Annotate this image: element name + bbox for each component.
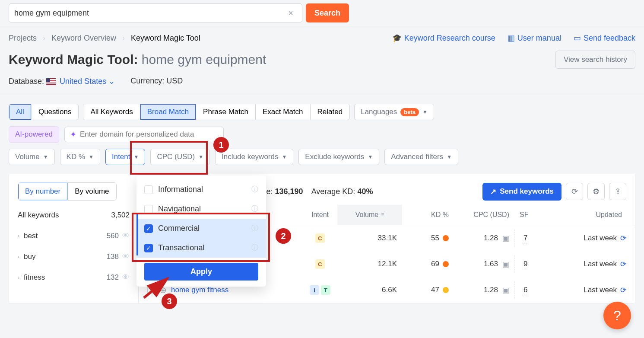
refresh-icon[interactable]: ⟳ (620, 286, 626, 295)
difficulty-dot-icon (443, 261, 449, 267)
updated-value: Last week (584, 234, 617, 242)
sidebar-item-count: 138 (107, 252, 119, 261)
search-button[interactable]: Search (306, 3, 349, 22)
chevron-down-icon: ▼ (134, 154, 139, 160)
export-button[interactable]: ⇪ (609, 183, 626, 200)
filter-row-3: Volume▼ KD %▼ Intent▼ CPC (USD)▼ Include… (9, 149, 635, 165)
feedback-link[interactable]: ▭Send feedback (574, 33, 635, 43)
serp-preview-icon[interactable]: ▣ (502, 286, 509, 295)
intent-option-commercial[interactable]: ✓ Commercial ⓘ (136, 219, 266, 238)
tab-exact-match[interactable]: Exact Match (256, 104, 311, 120)
info-icon[interactable]: ⓘ (251, 204, 258, 214)
kd-filter[interactable]: KD %▼ (60, 149, 100, 165)
clear-icon[interactable]: × (285, 8, 297, 18)
cell-kd: 55 (402, 230, 454, 247)
col-cpc[interactable]: CPC (USD) (454, 205, 514, 225)
sort-by-volume[interactable]: By volume (68, 183, 116, 200)
volume-filter[interactable]: Volume▼ (9, 149, 55, 165)
manual-link[interactable]: ▥User manual (508, 33, 562, 43)
intent-filter[interactable]: Intent▼ (105, 149, 145, 165)
cell-sf: 6 (514, 281, 553, 299)
checkbox-unchecked[interactable] (144, 205, 153, 214)
title-row: Keyword Magic Tool: home gym equipment V… (9, 51, 635, 69)
refresh-icon[interactable]: ⟳ (620, 260, 626, 269)
segment-all-questions: All Questions (9, 104, 79, 120)
include-keywords-filter[interactable]: Include keywords▼ (215, 149, 293, 165)
database-meta: Database: United States ⌄ (9, 77, 115, 86)
info-icon[interactable]: ⓘ (251, 224, 258, 233)
cpc-value: 1.28 (484, 234, 498, 242)
chevron-right-icon: › (18, 233, 19, 239)
cell-cpc: 1.28▣ (454, 281, 514, 299)
col-volume[interactable]: Volume≡ (337, 205, 402, 225)
settings-button[interactable]: ⚙ (587, 183, 605, 200)
info-icon[interactable]: ⓘ (251, 185, 258, 194)
search-input[interactable] (14, 9, 285, 18)
kd-value: 47 (431, 286, 439, 294)
serp-preview-icon[interactable]: ▣ (502, 260, 509, 269)
intent-option-navigational[interactable]: Navigational ⓘ (136, 199, 266, 219)
intent-option-informational[interactable]: Informational ⓘ (136, 180, 266, 199)
cell-kd: 69 (402, 255, 454, 273)
col-volume-label: Volume (355, 211, 378, 219)
eye-icon[interactable]: 👁 (122, 252, 130, 261)
tab-all-keywords[interactable]: All Keywords (83, 104, 140, 120)
sf-value[interactable]: 6 (523, 286, 527, 295)
cell-intent: IT (303, 281, 337, 299)
cell-updated: Last week⟳ (553, 281, 635, 299)
avg-kd-value: 40% (357, 187, 373, 196)
tab-broad-match[interactable]: Broad Match (140, 104, 196, 120)
beta-badge: beta (400, 108, 419, 116)
sidebar-item-buy[interactable]: ›buy 138👁 (9, 246, 138, 267)
ai-powered-badge: AI-powered (9, 126, 59, 143)
breadcrumb: Projects › Keyword Overview › Keyword Ma… (9, 34, 200, 43)
keyword-link[interactable]: home gym fitness (171, 286, 228, 294)
serp-preview-icon[interactable]: ▣ (502, 234, 509, 243)
sidebar-item-fitness[interactable]: ›fitness 132👁 (9, 267, 138, 288)
refresh-button[interactable]: ⟳ (566, 183, 583, 200)
course-link[interactable]: 🎓Keyword Research course (392, 33, 495, 43)
filters-section: All Questions All Keywords Broad Match P… (0, 95, 644, 174)
db-value: United States (60, 77, 106, 86)
refresh-icon[interactable]: ⟳ (620, 234, 626, 243)
view-history-button[interactable]: View search history (555, 51, 635, 69)
exclude-keywords-filter[interactable]: Exclude keywords▼ (298, 149, 379, 165)
cpc-filter[interactable]: CPC (USD)▼ (150, 149, 210, 165)
col-updated[interactable]: Updated (553, 205, 635, 225)
feedback-link-label: Send feedback (584, 34, 635, 43)
db-label: Database: (9, 77, 44, 86)
updated-value: Last week (584, 286, 617, 294)
languages-filter[interactable]: Languages beta ▼ (354, 104, 434, 120)
sort-desc-icon: ≡ (381, 212, 384, 218)
breadcrumb-projects[interactable]: Projects (9, 34, 37, 43)
intent-com-label: Commercial (158, 224, 200, 233)
send-keywords-button[interactable]: ↗Send keywords (482, 183, 562, 201)
eye-icon[interactable]: 👁 (122, 232, 130, 240)
col-kd[interactable]: KD % (402, 205, 454, 225)
languages-label: Languages (361, 108, 397, 116)
chat-icon: ▭ (574, 33, 581, 43)
checkbox-checked[interactable]: ✓ (144, 224, 153, 233)
sf-value[interactable]: 9 (523, 260, 527, 269)
sidebar-item-best[interactable]: ›best 560👁 (9, 226, 138, 246)
eye-icon[interactable]: 👁 (122, 273, 130, 282)
ai-domain-input[interactable] (80, 130, 218, 139)
advanced-filters[interactable]: Advanced filters▼ (384, 149, 458, 165)
sort-by-number[interactable]: By number (18, 183, 68, 200)
tab-questions[interactable]: Questions (32, 104, 79, 120)
tab-all[interactable]: All (9, 104, 32, 120)
checkbox-unchecked[interactable] (144, 185, 153, 194)
info-icon[interactable]: ⓘ (251, 243, 258, 252)
col-sf[interactable]: SF (514, 205, 553, 225)
checkbox-checked[interactable]: ✓ (144, 244, 153, 252)
cell-cpc: 1.63▣ (454, 255, 514, 273)
tab-phrase-match[interactable]: Phrase Match (196, 104, 256, 120)
sf-value[interactable]: 7 (523, 234, 527, 243)
breadcrumb-overview[interactable]: Keyword Overview (51, 34, 116, 43)
refresh-icon: ⟳ (571, 187, 578, 196)
col-intent[interactable]: Intent (303, 205, 337, 225)
database-select[interactable]: United States ⌄ (60, 77, 115, 86)
us-flag-icon (46, 78, 56, 85)
intent-option-transactional[interactable]: ✓ Transactional ⓘ (136, 238, 266, 258)
tab-related[interactable]: Related (311, 104, 350, 120)
